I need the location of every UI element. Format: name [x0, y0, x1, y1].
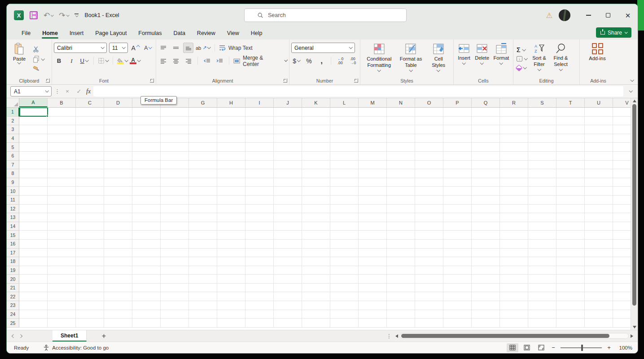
cell-L11[interactable] [330, 196, 359, 205]
cell-I19[interactable] [245, 266, 274, 275]
cell-M12[interactable] [359, 205, 387, 214]
cell-D8[interactable] [104, 169, 132, 178]
cell-D3[interactable] [104, 125, 132, 134]
cell-I13[interactable] [245, 213, 274, 222]
cell-A6[interactable] [19, 152, 48, 161]
cell-U9[interactable] [585, 178, 613, 187]
cell-I22[interactable] [245, 292, 274, 301]
cell-D25[interactable] [104, 319, 132, 328]
cell-Q9[interactable] [472, 178, 500, 187]
cell-T21[interactable] [556, 284, 585, 293]
cell-H5[interactable] [217, 143, 245, 152]
cell-P21[interactable] [443, 284, 472, 293]
cell-D20[interactable] [104, 275, 132, 284]
row-header-2[interactable]: 2 [7, 117, 19, 126]
cell-R24[interactable] [500, 310, 528, 319]
cell-C24[interactable] [76, 310, 104, 319]
cell-M25[interactable] [359, 319, 387, 328]
cell-F15[interactable] [161, 231, 189, 240]
cell-C19[interactable] [76, 266, 104, 275]
cell-T17[interactable] [556, 249, 585, 258]
cell-H17[interactable] [217, 249, 245, 258]
cell-R23[interactable] [500, 301, 528, 310]
cell-U4[interactable] [585, 134, 613, 143]
search-input[interactable]: Search [244, 9, 407, 22]
cell-U21[interactable] [585, 284, 613, 293]
cell-R20[interactable] [500, 275, 528, 284]
cell-D12[interactable] [104, 205, 132, 214]
chevron-down-icon[interactable] [285, 58, 288, 62]
vertical-scrollbar[interactable] [631, 98, 638, 330]
cell-M9[interactable] [359, 178, 387, 187]
cell-U20[interactable] [585, 275, 613, 284]
cell-G13[interactable] [189, 213, 217, 222]
cell-N15[interactable] [387, 231, 415, 240]
cell-J19[interactable] [274, 266, 302, 275]
cell-A4[interactable] [19, 134, 48, 143]
column-header-O[interactable]: O [415, 98, 443, 107]
autosum-button[interactable]: Σ [517, 46, 527, 54]
comma-button[interactable]: , [316, 56, 327, 66]
cell-P23[interactable] [443, 301, 472, 310]
cell-P1[interactable] [443, 108, 472, 117]
cell-N9[interactable] [387, 178, 415, 187]
cell-N22[interactable] [387, 292, 415, 301]
tab-file[interactable]: File [16, 28, 36, 39]
cell-B7[interactable] [48, 161, 76, 170]
chevron-down-icon[interactable] [137, 58, 141, 62]
cell-V14[interactable] [613, 222, 631, 231]
cell-A25[interactable] [19, 319, 48, 328]
cell-O1[interactable] [415, 108, 443, 117]
cell-H10[interactable] [217, 187, 245, 196]
bold-button[interactable]: B [54, 56, 64, 66]
cell-B5[interactable] [48, 143, 76, 152]
cell-C10[interactable] [76, 187, 104, 196]
cell-C18[interactable] [76, 257, 104, 266]
cell-J10[interactable] [274, 187, 302, 196]
cell-F18[interactable] [161, 257, 189, 266]
row-header-4[interactable]: 4 [7, 134, 19, 143]
cell-O15[interactable] [415, 231, 443, 240]
cell-Q6[interactable] [472, 152, 500, 161]
italic-button[interactable]: I [66, 56, 77, 66]
cell-K7[interactable] [302, 161, 330, 170]
cell-G12[interactable] [189, 205, 217, 214]
cell-I8[interactable] [245, 169, 274, 178]
cell-G4[interactable] [189, 134, 217, 143]
cell-R11[interactable] [500, 196, 528, 205]
cell-B24[interactable] [48, 310, 76, 319]
cell-H24[interactable] [217, 310, 245, 319]
cell-O13[interactable] [415, 213, 443, 222]
cell-T13[interactable] [556, 213, 585, 222]
zoom-in-button[interactable]: + [605, 344, 613, 351]
cell-M20[interactable] [359, 275, 387, 284]
cell-F8[interactable] [161, 169, 189, 178]
cell-T18[interactable] [556, 257, 585, 266]
align-bottom-button[interactable] [183, 43, 193, 53]
column-header-I[interactable]: I [245, 98, 274, 107]
cell-Q3[interactable] [472, 125, 500, 134]
cell-K16[interactable] [302, 240, 330, 249]
column-header-B[interactable]: B [48, 98, 76, 107]
format-painter-button[interactable] [33, 66, 44, 73]
cell-U16[interactable] [585, 240, 613, 249]
cell-E13[interactable] [132, 213, 161, 222]
cell-A22[interactable] [19, 292, 48, 301]
cell-C1[interactable] [76, 108, 104, 117]
cell-N18[interactable] [387, 257, 415, 266]
cell-styles-button[interactable]: Cell Styles [425, 41, 451, 76]
cell-L6[interactable] [330, 152, 359, 161]
cell-R18[interactable] [500, 257, 528, 266]
cell-P14[interactable] [443, 222, 472, 231]
cell-M3[interactable] [359, 125, 387, 134]
cell-O17[interactable] [415, 249, 443, 258]
cell-K1[interactable] [302, 108, 330, 117]
decrease-decimal-button[interactable]: .00→0 [348, 56, 358, 66]
cell-A21[interactable] [19, 284, 48, 293]
cell-V1[interactable] [613, 108, 631, 117]
cell-S2[interactable] [528, 117, 556, 126]
cell-L19[interactable] [330, 266, 359, 275]
cell-N12[interactable] [387, 205, 415, 214]
clipboard-dialog-launcher[interactable] [46, 79, 50, 83]
cell-J8[interactable] [274, 169, 302, 178]
